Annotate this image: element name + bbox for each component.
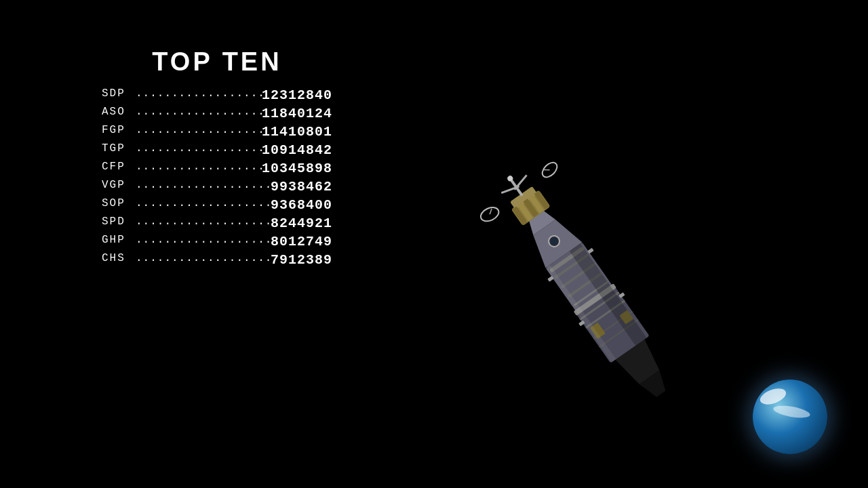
- leaderboard-title: TOP TEN: [102, 47, 332, 77]
- score-row: TGP......................10914842: [102, 142, 332, 158]
- score-value: 9368400: [271, 197, 332, 213]
- screen: TOP TEN SDP......................1231284…: [0, 0, 868, 488]
- score-dots: ......................: [136, 106, 262, 121]
- score-value: 11840124: [262, 106, 332, 121]
- player-name: SOP: [102, 197, 136, 213]
- player-name: CHS: [102, 252, 136, 268]
- score-dots: ......................: [136, 252, 271, 268]
- player-name: FGP: [102, 124, 136, 140]
- score-row: ASO......................11840124: [102, 106, 332, 121]
- score-value: 7912389: [271, 252, 332, 268]
- player-name: VGP: [102, 179, 136, 195]
- score-dots: ......................: [136, 161, 262, 176]
- score-value: 12312840: [262, 87, 332, 103]
- leaderboard-panel: TOP TEN SDP......................1231284…: [102, 47, 332, 270]
- score-row: GHP......................8012749: [102, 234, 332, 249]
- spacecraft-image: [380, 54, 732, 434]
- svg-line-28: [488, 209, 494, 214]
- score-row: SPD......................8244921: [102, 216, 332, 231]
- player-name: SDP: [102, 87, 136, 103]
- svg-rect-26: [514, 174, 528, 190]
- score-dots: ......................: [136, 87, 262, 103]
- score-value: 8244921: [271, 216, 332, 231]
- score-dots: ......................: [136, 216, 271, 231]
- score-dots: ......................: [136, 197, 271, 213]
- player-name: SPD: [102, 216, 136, 231]
- scores-list: SDP......................12312840ASO....…: [102, 87, 332, 268]
- score-value: 11410801: [262, 124, 332, 140]
- player-name: ASO: [102, 106, 136, 121]
- player-name: TGP: [102, 142, 136, 158]
- score-row: VGP......................9938462: [102, 179, 332, 195]
- score-row: FGP......................11410801: [102, 124, 332, 140]
- score-value: 9938462: [271, 179, 332, 195]
- score-dots: ......................: [136, 234, 271, 249]
- score-dots: ......................: [136, 142, 262, 158]
- score-row: CHS......................7912389: [102, 252, 332, 268]
- score-row: CFP......................10345898: [102, 161, 332, 176]
- earth-sphere: [753, 380, 827, 454]
- score-row: SDP......................12312840: [102, 87, 332, 103]
- score-value: 10345898: [262, 161, 332, 176]
- score-value: 8012749: [271, 234, 332, 249]
- score-dots: ......................: [136, 179, 271, 195]
- score-value: 10914842: [262, 142, 332, 158]
- score-dots: ......................: [136, 124, 262, 140]
- player-name: GHP: [102, 234, 136, 249]
- score-row: SOP......................9368400: [102, 197, 332, 213]
- player-name: CFP: [102, 161, 136, 176]
